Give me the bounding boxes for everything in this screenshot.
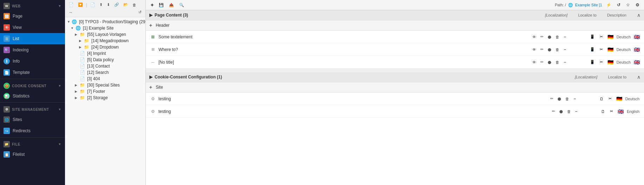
sites-icon: 🌐	[4, 116, 10, 123]
whereto-cut-button[interactable]: ✂	[598, 46, 605, 53]
refresh-tree-button[interactable]: ↺	[137, 9, 143, 15]
tree-item-storage[interactable]: ▶ 📁 [2] Storage	[65, 95, 145, 101]
testing2-hide-button[interactable]: ⬤	[558, 109, 565, 114]
tree-item-megadropdown[interactable]: ▶ 📁 [14] Megadropdown	[65, 38, 145, 44]
settings-button[interactable]: ⚙	[634, 1, 641, 8]
sidebar-item-page[interactable]: ⬜ Page	[0, 11, 65, 22]
textelement-more-button[interactable]: ···	[562, 34, 567, 40]
whereto-delete-button[interactable]: 🗑	[554, 46, 561, 53]
tree-item-dropdown[interactable]: ▶ 📁 [24] Dropdown	[65, 44, 145, 50]
lightning-button[interactable]: ⚡	[604, 1, 613, 8]
testing1-cut-button[interactable]: ✂	[607, 95, 613, 102]
tree-item-footer[interactable]: ▶ 📁 [7] Footer	[65, 88, 145, 95]
collapse-page-content-button[interactable]: ∧	[637, 12, 640, 18]
testing2-more-button[interactable]: ···	[573, 108, 579, 115]
tree-item-layout[interactable]: ▶ 📁 [55] Layout-Vorlagen	[65, 31, 145, 38]
textelement-hide-button[interactable]: ⬤	[546, 34, 553, 40]
notitle-hide-button[interactable]: ⬤	[546, 59, 553, 65]
whereto-mobile-button[interactable]: 📱	[588, 46, 597, 53]
testing2-edit-button[interactable]: ✏	[550, 108, 557, 115]
data-policy-icon: 📄	[80, 57, 85, 62]
refresh-button[interactable]: ↺	[615, 1, 622, 8]
add-site-button[interactable]: +	[149, 84, 152, 90]
sidebar-item-template[interactable]: 📄 Template	[0, 67, 65, 78]
move-button[interactable]: ↔	[67, 9, 74, 15]
search-main-button[interactable]: 🔍	[177, 1, 186, 9]
sidebar-item-redirects[interactable]: ↪ Redirects	[0, 125, 65, 136]
open-folder-button[interactable]: 📂	[122, 1, 130, 8]
whereto-edit-button[interactable]: ✏	[539, 46, 545, 53]
link-button[interactable]: 🔗	[112, 1, 121, 8]
star-button[interactable]: ☆	[624, 1, 632, 8]
whereto-more-button[interactable]: ···	[562, 46, 567, 53]
testing1-more-button[interactable]: ···	[572, 96, 577, 102]
testing2-delete-button[interactable]: 🗑	[565, 108, 573, 115]
add-content-button[interactable]: +	[149, 1, 156, 9]
download-button[interactable]: ⬇	[105, 1, 112, 8]
sidebar-section-cookie[interactable]: 🍪 COOKIE CONSENT ▼	[0, 80, 65, 90]
whereto-actions: 👁 ✏ ⬤ 🗑 ···	[531, 46, 567, 53]
page-content-section-header[interactable]: ▶ Page Content (3) [Localization] Locali…	[146, 10, 644, 20]
whereto-view-button[interactable]: 👁	[531, 46, 538, 53]
tree-item-imprint[interactable]: 📄 [4] Imprint	[65, 50, 145, 57]
tree-item-contact[interactable]: 📄 [13] Contact	[65, 63, 145, 69]
trash-button[interactable]: 🗑	[131, 2, 138, 8]
tree-item-404[interactable]: 📄 [3] 404	[65, 76, 145, 82]
save-button[interactable]: 💾	[157, 1, 166, 9]
testing2-cut-button[interactable]: ✂	[608, 108, 615, 115]
collapse-cookie-button[interactable]: ∧	[637, 74, 640, 80]
textelement-lang-de: Deutsch	[617, 35, 631, 39]
sidebar-section-site-mgmt[interactable]: ⚙ SITE MANAGEMENT ▼	[0, 103, 65, 114]
textelement-delete-button[interactable]: 🗑	[554, 34, 561, 40]
add-header-button[interactable]: +	[149, 23, 152, 28]
sidebar-item-info[interactable]: ℹ Info	[0, 56, 65, 67]
new-page-button[interactable]: 📄	[89, 1, 97, 8]
sidebar-section-file[interactable]: 📁 FILE ▼	[0, 138, 65, 149]
sidebar-item-list[interactable]: ☰ List	[0, 33, 65, 44]
textelement-edit-button[interactable]: ✏	[539, 33, 545, 40]
tree-item-example-site[interactable]: ▼ 🌐 [1] Example Site	[65, 25, 145, 31]
special-sites-icon: 📁	[80, 83, 85, 88]
sidebar-section-web[interactable]: W WEB ▼	[0, 0, 65, 11]
whereto-icon: ⊞	[149, 46, 156, 53]
table-row: ▦ Some textelement 👁 ✏ ⬤ 🗑 ··· 📱 ✂ 🇩🇪	[146, 31, 644, 43]
tree-item-root[interactable]: ▼ 🌐 [0] TYPO3 - Production/Staging (29)	[65, 19, 145, 25]
whereto-hide-button[interactable]: ⬤	[546, 47, 553, 52]
testing1-copy-button[interactable]: 🗋	[598, 96, 605, 102]
textelement-view-button[interactable]: 👁	[531, 34, 538, 40]
example-site-link[interactable]: Example Site [1	[575, 3, 602, 7]
sidebar-item-filelist[interactable]: 📋 Filelist	[0, 149, 65, 160]
textelement-mobile-button[interactable]: 📱	[588, 33, 597, 40]
notitle-more-button[interactable]: ···	[562, 59, 567, 65]
sidebar-item-sites[interactable]: 🌐 Sites	[0, 114, 65, 125]
upload-button[interactable]: ⬆	[98, 1, 104, 8]
header-subsection-left: + Header	[149, 23, 170, 28]
textelement-cut-button[interactable]: ✂	[598, 33, 605, 40]
testing2-actions: ✏ ⬤ 🗑 ···	[550, 108, 579, 115]
notitle-title: [No title]	[158, 60, 531, 65]
sidebar-item-indexing[interactable]: 🔍 Indexing	[0, 44, 65, 56]
tree-item-search[interactable]: 📄 [12] Search	[65, 69, 145, 76]
sidebar-item-view[interactable]: 👁 View	[0, 22, 65, 33]
notitle-mobile-button[interactable]: 📱	[588, 59, 597, 65]
new-doc-button[interactable]: 📄	[67, 1, 76, 8]
cookie-section-header[interactable]: ▶ Cookie-Consent Configuration (1) [Loca…	[146, 72, 644, 82]
tree-item-data-policy[interactable]: 📄 [5] Data policy	[65, 57, 145, 63]
notitle-delete-button[interactable]: 🗑	[554, 59, 561, 65]
testing1-hide-button[interactable]: ⬤	[556, 96, 563, 102]
export-button[interactable]: 📤	[167, 1, 176, 9]
testing2-copy-button[interactable]: 🗋	[599, 108, 607, 115]
notitle-cut-button[interactable]: ✂	[598, 59, 605, 65]
notitle-edit-button[interactable]: ✏	[539, 59, 545, 65]
tree-item-special-sites[interactable]: ▶ 📁 [30] Special Sites	[65, 82, 145, 88]
notitle-view-button[interactable]: 👁	[531, 59, 538, 65]
testing1-delete-button[interactable]: 🗑	[564, 96, 571, 102]
testing1-edit-button[interactable]: ✏	[548, 95, 555, 102]
contact-arrow	[75, 64, 78, 68]
page-content-title-area: ▶ Page Content (3)	[149, 13, 188, 18]
localization-col-header: [Localization]	[545, 13, 567, 17]
header-subsection-label: Header	[156, 23, 169, 28]
filter-button[interactable]: 🔽	[76, 1, 85, 8]
imprint-arrow	[75, 52, 78, 55]
sidebar-item-statistics[interactable]: 📊 Statistics	[0, 90, 65, 102]
